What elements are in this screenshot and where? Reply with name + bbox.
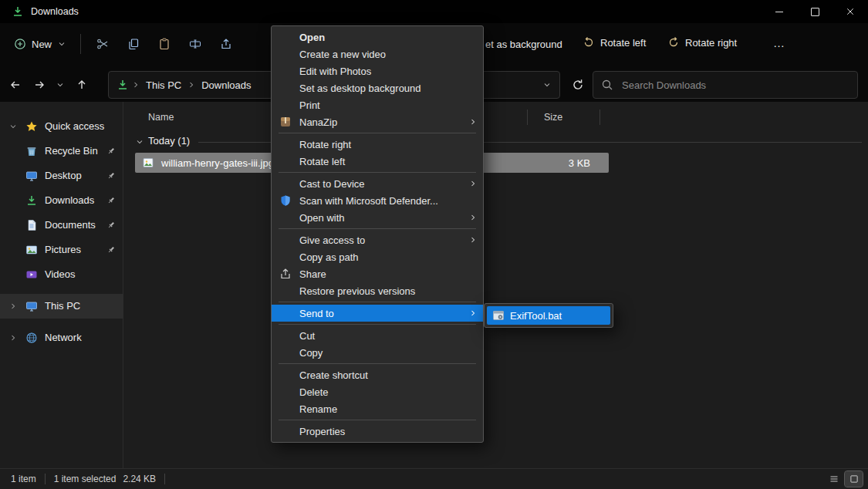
- downloads-location-icon: [117, 79, 129, 91]
- column-divider[interactable]: [527, 110, 528, 125]
- menu-item-label: Delete: [299, 386, 329, 398]
- menu-item-scan-with-microsoft-defender[interactable]: Scan with Microsoft Defender...: [272, 192, 483, 209]
- menu-separator: [279, 172, 476, 173]
- copy-button[interactable]: [118, 30, 149, 58]
- refresh-button[interactable]: [566, 71, 590, 99]
- menu-item-cast-to-device[interactable]: Cast to Device: [272, 175, 483, 192]
- sidebar-item-quick-access[interactable]: Quick access: [0, 114, 123, 139]
- share-button[interactable]: [211, 30, 241, 58]
- toolbar-divider: [80, 34, 81, 54]
- column-divider[interactable]: [599, 110, 600, 125]
- menu-separator: [279, 324, 476, 325]
- see-more-button[interactable]: …: [758, 30, 800, 56]
- sidebar-item-downloads[interactable]: Downloads: [0, 188, 123, 213]
- nanazip-icon: [279, 116, 292, 128]
- chevron-right-icon[interactable]: [8, 333, 18, 342]
- recent-locations-button[interactable]: [51, 73, 69, 97]
- sidebar-item-label: Documents: [45, 219, 96, 231]
- menu-item-open[interactable]: Open: [272, 29, 483, 46]
- new-button-label: New: [32, 39, 52, 50]
- paste-button[interactable]: [149, 30, 180, 58]
- menu-item-nanazip[interactable]: NanaZip: [272, 113, 483, 130]
- menu-item-restore-previous-versions[interactable]: Restore previous versions: [272, 282, 483, 299]
- details-view-icon: [829, 474, 839, 484]
- group-header[interactable]: Today (1): [148, 135, 190, 147]
- menu-item-label: Restore previous versions: [299, 285, 415, 297]
- menu-separator: [279, 363, 476, 364]
- sidebar-item-label: Videos: [45, 268, 76, 280]
- sidebar-item-this-pc[interactable]: This PC: [0, 294, 123, 319]
- cut-button[interactable]: [87, 30, 118, 58]
- menu-item-edit-with-photos[interactable]: Edit with Photos: [272, 62, 483, 79]
- status-divider: [164, 474, 165, 484]
- menu-item-copy-as-path[interactable]: Copy as path: [272, 248, 483, 265]
- menu-item-give-access-to[interactable]: Give access to: [272, 231, 483, 248]
- pin-icon: [106, 171, 116, 180]
- sidebar-item-pictures[interactable]: Pictures: [0, 238, 123, 262]
- set-as-background-button[interactable]: et as background: [485, 23, 562, 65]
- menu-item-share[interactable]: Share: [272, 265, 483, 282]
- rotate-right-button[interactable]: Rotate right: [660, 30, 745, 55]
- menu-item-print[interactable]: Print: [272, 96, 483, 113]
- send-to-submenu: ExifTool.bat: [484, 303, 613, 328]
- chevron-down-icon[interactable]: [8, 122, 18, 131]
- new-button[interactable]: New: [6, 32, 74, 56]
- submenu-item-exiftool-bat[interactable]: ExifTool.bat: [487, 306, 610, 325]
- column-header-size[interactable]: Size: [544, 112, 562, 123]
- pin-icon: [106, 147, 116, 156]
- menu-item-open-with[interactable]: Open with: [272, 209, 483, 226]
- menu-item-properties[interactable]: Properties: [272, 423, 483, 440]
- sidebar-item-label: This PC: [45, 300, 80, 312]
- rename-icon: [189, 38, 201, 50]
- menu-item-send-to[interactable]: Send to: [272, 305, 483, 322]
- menu-item-rename[interactable]: Rename: [272, 400, 483, 417]
- maximize-button[interactable]: [797, 0, 833, 23]
- back-button[interactable]: [3, 73, 27, 97]
- documents-icon: [25, 219, 38, 231]
- column-header-name[interactable]: Name: [148, 112, 174, 123]
- menu-item-create-a-new-video[interactable]: Create a new video: [272, 46, 483, 62]
- window-title: Downloads: [31, 6, 79, 17]
- recycle-bin-icon: [25, 145, 38, 157]
- set-as-background-label-partial: et as background: [485, 39, 562, 50]
- menu-item-rotate-left[interactable]: Rotate left: [272, 153, 483, 170]
- large-icons-view-button[interactable]: [845, 471, 863, 487]
- menu-separator: [279, 133, 476, 133]
- menu-item-copy[interactable]: Copy: [272, 344, 483, 361]
- submenu-chevron-icon: [468, 309, 478, 318]
- details-view-button[interactable]: [825, 471, 843, 487]
- rotate-left-button[interactable]: Rotate left: [575, 30, 654, 55]
- sidebar-item-label: Quick access: [45, 120, 104, 132]
- address-dropdown-icon[interactable]: [542, 80, 552, 89]
- up-button[interactable]: [69, 73, 93, 97]
- search-input[interactable]: [620, 79, 849, 92]
- forward-button[interactable]: [27, 73, 51, 97]
- chevron-right-icon[interactable]: [8, 302, 18, 311]
- sidebar-item-label: Desktop: [45, 170, 82, 181]
- copy-icon: [127, 38, 140, 50]
- close-icon: [846, 7, 855, 16]
- sidebar-item-network[interactable]: Network: [0, 325, 123, 350]
- group-collapse-chevron-icon[interactable]: [135, 137, 144, 147]
- close-button[interactable]: [833, 0, 868, 23]
- rotate-right-icon: [667, 36, 680, 49]
- menu-item-cut[interactable]: Cut: [272, 327, 483, 344]
- sidebar-item-label: Downloads: [45, 194, 94, 206]
- context-menu: Open Create a new video Edit with Photos…: [271, 25, 484, 443]
- rename-button[interactable]: [180, 30, 211, 58]
- menu-item-label: Cut: [299, 330, 315, 342]
- menu-item-delete[interactable]: Delete: [272, 383, 483, 400]
- minimize-button[interactable]: [762, 0, 797, 23]
- menu-item-set-as-desktop-background[interactable]: Set as desktop background: [272, 79, 483, 96]
- sidebar-item-recycle-bin[interactable]: Recycle Bin: [0, 139, 123, 164]
- menu-item-label: Share: [299, 268, 326, 280]
- breadcrumb-downloads[interactable]: Downloads: [198, 78, 254, 93]
- sidebar-item-videos[interactable]: Videos: [0, 262, 123, 287]
- sidebar-item-documents[interactable]: Documents: [0, 213, 123, 238]
- menu-item-rotate-right[interactable]: Rotate right: [272, 136, 483, 153]
- breadcrumb-this-pc[interactable]: This PC: [143, 78, 184, 93]
- menu-item-label: Properties: [299, 426, 345, 437]
- sidebar-item-label: Network: [45, 332, 82, 343]
- sidebar-item-desktop[interactable]: Desktop: [0, 164, 123, 188]
- menu-item-create-shortcut[interactable]: Create shortcut: [272, 366, 483, 383]
